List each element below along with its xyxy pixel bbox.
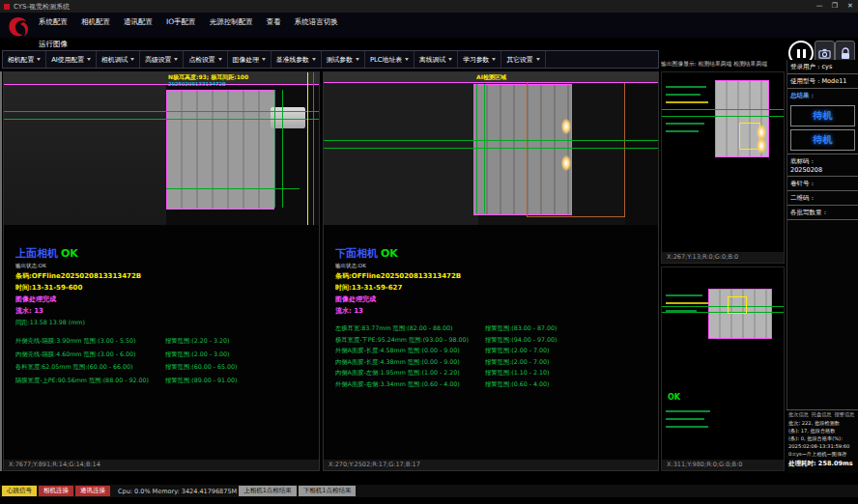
result-text-line bbox=[666, 94, 701, 96]
thumbnail-bottom[interactable]: OK X:311;Y:980;R:0;G:0;B:0 bbox=[661, 266, 785, 471]
model-label: 使用型号： bbox=[790, 77, 822, 85]
menu-item[interactable]: 相机配置 bbox=[81, 17, 110, 27]
measurement-row: 内侧壳线-隔膜:4.60mm 范围:(3.00 - 6.00)报警范围:(2.0… bbox=[15, 348, 319, 361]
measurement-alarm: 报警范围:(89.00 - 91.00) bbox=[165, 374, 238, 387]
stats-tab[interactable]: 批次信息 bbox=[788, 411, 809, 418]
result-text-line bbox=[666, 123, 704, 125]
tab-label: 其它设置 bbox=[506, 55, 532, 65]
stats-tabs: 批次信息 托盘信息 报警信息 bbox=[788, 411, 856, 418]
overlay-line bbox=[324, 140, 658, 141]
result-display-bottom: 待机 bbox=[790, 129, 855, 151]
overlay-line bbox=[476, 84, 477, 213]
batch-code-value: 20250208 bbox=[790, 166, 822, 174]
toolbar-tabs: 相机配置 AI使用配置 相机调试 高级设置 点检设置 图像处理 基准线参数 测试… bbox=[2, 50, 659, 69]
barcode-line: 条码:OFFline2025020813313472B bbox=[15, 271, 319, 281]
measurement-row: 极耳宽度-下PE:95.24mm 范围:(93.00 - 98.00)报警范围:… bbox=[335, 334, 658, 346]
toolbar-tab[interactable]: AI使用配置 bbox=[46, 51, 97, 68]
camera-right-view[interactable]: AI检测区域 bbox=[324, 72, 658, 225]
machine-block bbox=[4, 84, 166, 225]
view-mode-label: 运行图像 bbox=[39, 40, 68, 49]
measurement-table: 左极耳宽:83.77mm 范围:(82.00 - 88.00)报警范围:(83.… bbox=[335, 322, 658, 389]
chevron-down-icon bbox=[356, 58, 359, 61]
measurement-alarm: 报警范围:(83.00 - 87.00) bbox=[485, 322, 558, 334]
barcode-line: 条码:OFFline2025020813313472B bbox=[335, 271, 658, 281]
menu-item[interactable]: IO手配置 bbox=[166, 17, 196, 27]
overlay-line bbox=[324, 148, 658, 149]
measurement-alarm: 报警范围:(1.10 - 2.10) bbox=[485, 367, 550, 378]
result-text-line bbox=[666, 302, 708, 304]
toolbar-tab[interactable]: 高级设置 bbox=[140, 51, 184, 68]
pin-label: 卷针号： bbox=[790, 180, 815, 187]
close-button[interactable]: ✕ bbox=[843, 0, 858, 13]
toolbar-tab[interactable]: 相机调试 bbox=[97, 51, 140, 68]
minimize-button[interactable]: — bbox=[812, 0, 827, 13]
measurement-value: 内侧壳线-隔膜:4.60mm 范围:(3.00 - 6.00) bbox=[15, 348, 165, 361]
pixel-coordinates: X:267;Y:13;R:0;G:0;B:0 bbox=[662, 252, 784, 263]
measurement-row: 隔膜宽度-上PE:90.56mm 范围:(88.00 - 92.00)报警范围:… bbox=[15, 374, 319, 387]
toolbar-tab[interactable]: 基准线参数 bbox=[272, 51, 322, 68]
led-spot bbox=[757, 138, 766, 154]
stats-tab[interactable]: 报警信息 bbox=[835, 411, 855, 418]
pixel-coordinates: X:270;Y:2502;R:17;G:17;B:17 bbox=[324, 460, 658, 470]
top-camera-check-button[interactable]: 上相机1点检结果 bbox=[239, 486, 297, 496]
toolbar-tab[interactable]: 图像处理 bbox=[228, 51, 272, 68]
toolbar-tab[interactable]: PLC地址表 bbox=[365, 51, 415, 68]
login-label: 登录用户： bbox=[790, 63, 822, 70]
overlay-line bbox=[4, 111, 319, 112]
tab-label: PLC地址表 bbox=[370, 55, 402, 65]
measurement-row: 外侧A面胶-长度:4.58mm 范围:(0.00 - 9.00)报警范围:(2.… bbox=[335, 345, 658, 356]
measurement-alarm: 报警范围:(2.00 - 3.00) bbox=[165, 348, 230, 361]
total-result-label: 总结果： bbox=[790, 92, 815, 99]
maximize-button[interactable]: ❐ bbox=[827, 0, 843, 13]
camera-left-view[interactable]: N极耳高度:93; 极耳间距:100 2025020813313472B bbox=[4, 72, 319, 225]
window-title: CYS-视觉检测系统 bbox=[14, 2, 70, 12]
pin-row: 卷针号： bbox=[787, 177, 858, 191]
led-spot bbox=[561, 119, 571, 134]
result-text-line bbox=[666, 426, 708, 428]
bottom-camera-check-button[interactable]: 下相机1点检结果 bbox=[299, 486, 357, 496]
count-label: 各批写数量： bbox=[790, 209, 828, 216]
thumbnail-column: 输出图像显示: 检测结果两端 检测结果两端 X:267;Y:13;R:0;G:0… bbox=[661, 60, 785, 473]
overlay-line bbox=[282, 90, 283, 208]
menu-item[interactable]: 系统配置 bbox=[39, 17, 68, 27]
model-value: Mode11 bbox=[822, 77, 847, 85]
stats-tab[interactable]: 托盘信息 bbox=[812, 411, 832, 418]
qr-label: 二维码： bbox=[790, 194, 815, 202]
stats-line: 批次: 222, 批段检测数 bbox=[788, 419, 856, 427]
model-row: 使用型号：Mode11 bbox=[787, 74, 858, 89]
toolbar-tab[interactable]: 学习参数 bbox=[458, 51, 501, 68]
measurement-alarm: 报警范围:(0.60 - 4.00) bbox=[485, 378, 550, 390]
login-row: 登录用户：cys bbox=[787, 60, 858, 74]
toolbar-tab[interactable]: 其它设置 bbox=[501, 51, 545, 68]
pause-icon bbox=[797, 49, 800, 58]
tab-label: 离线调试 bbox=[419, 55, 445, 65]
app-window: CYS-视觉检测系统 — ❐ ✕ 系统配置 相机配置 通讯配置 IO手配置 光源… bbox=[0, 0, 858, 504]
overlay-line bbox=[313, 72, 314, 225]
chevron-down-icon bbox=[312, 58, 316, 61]
measurement-row: 外侧A面胶-右侧:3.34mm 范围:(0.60 - 4.00)报警范围:(0.… bbox=[335, 378, 658, 390]
toolbar-tab[interactable]: 相机配置 bbox=[3, 51, 46, 68]
menu-item[interactable]: 通讯配置 bbox=[124, 17, 153, 27]
camera-left-results: 上面相机OK 输出状态:OK 条码:OFFline202502081331347… bbox=[4, 225, 319, 386]
stats-panel: 批次信息 托盘信息 报警信息 批次: 222, 批段检测数 (条): 17, 批… bbox=[786, 409, 858, 473]
result-text-line bbox=[666, 418, 704, 420]
measurement-alarm: 报警范围:(2.20 - 3.20) bbox=[165, 334, 230, 348]
toolbar-tab[interactable]: 离线调试 bbox=[415, 51, 458, 68]
tab-label: AI使用配置 bbox=[51, 55, 84, 65]
toolbar-tab[interactable]: 点检设置 bbox=[184, 51, 227, 68]
toolbar-tab[interactable]: 测试参数 bbox=[322, 51, 365, 68]
thumbnail-top[interactable]: X:267;Y:13;R:0;G:0;B:0 bbox=[661, 71, 785, 264]
lock-icon bbox=[840, 47, 851, 60]
batch-code-label: 底标码： bbox=[790, 157, 815, 165]
menu-item[interactable]: 光源控制配置 bbox=[210, 17, 253, 27]
result-title: 上面相机OK bbox=[15, 246, 319, 261]
menu-item[interactable]: 查看 bbox=[267, 17, 281, 27]
panel-edge bbox=[0, 71, 2, 471]
flow-line: 流水: 13 bbox=[335, 306, 658, 316]
measurement-value: 内侧A面胶-长度:4.38mm 范围:(0.00 - 9.00) bbox=[335, 356, 485, 368]
overlay-line bbox=[4, 84, 319, 85]
cpu-memory-status: Cpu: 0.0% Memory: 3424.41796875M bbox=[118, 488, 237, 495]
thumb-header: 输出图像显示: 检测结果两端 检测结果两端 bbox=[661, 60, 785, 71]
measurement-alarm: 报警范围:(60.00 - 65.00) bbox=[165, 360, 238, 374]
menu-item[interactable]: 系统语言切换 bbox=[295, 17, 338, 27]
